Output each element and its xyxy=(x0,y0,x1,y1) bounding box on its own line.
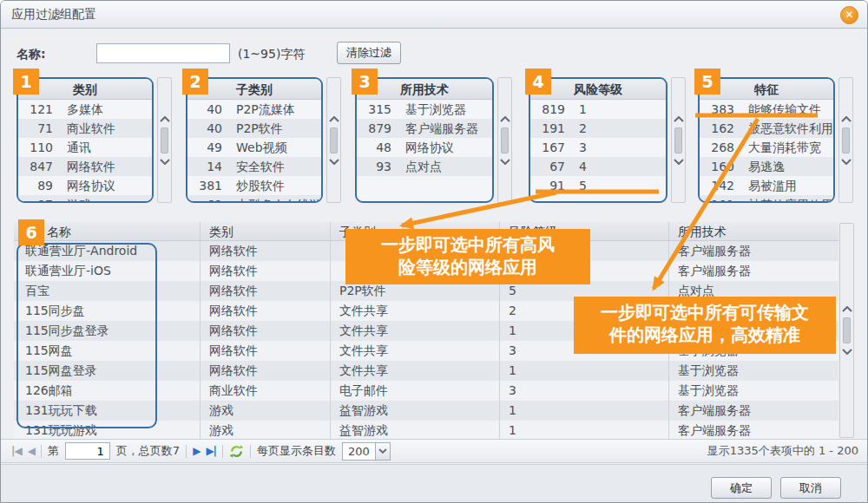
panel-row[interactable]: 40P2P软件 xyxy=(187,119,321,138)
chevron-down-icon[interactable] xyxy=(160,159,170,165)
per-page-label: 每页显示条目数 xyxy=(257,443,336,459)
dialog-title: 应用过滤组配置 xyxy=(11,7,96,23)
page-number-input[interactable] xyxy=(65,442,110,460)
panel-row[interactable]: 383能够传输文件 xyxy=(700,100,833,119)
panel-row[interactable]: 8191 xyxy=(530,100,666,119)
chevron-down-icon[interactable] xyxy=(842,349,852,355)
filter-panel-group-2: 2 子类别 40P2P流媒体40P2P软件49Web视频14安全软件381炒股软… xyxy=(186,77,323,203)
panel-row[interactable]: 48网络协议 xyxy=(357,138,492,157)
panel-row[interactable]: 1912 xyxy=(530,119,666,138)
next-page-icon[interactable]: ▶ xyxy=(193,445,200,457)
panel-scrollbar[interactable] xyxy=(497,77,512,203)
chevron-down-icon xyxy=(375,443,390,460)
step-badge-5: 5 xyxy=(694,69,720,95)
panel-row[interactable]: 97游戏 xyxy=(18,195,152,203)
panel-row[interactable]: 879客户端服务器 xyxy=(357,119,492,138)
scroll-thumb[interactable] xyxy=(501,127,509,154)
name-input[interactable] xyxy=(96,43,230,63)
prev-page-icon[interactable]: ◀ xyxy=(28,445,35,457)
table-row[interactable]: 131玩玩下载游戏益智游戏1客户端服务器 xyxy=(14,401,838,421)
chevron-up-icon[interactable] xyxy=(500,116,510,122)
app-filter-group-dialog: 应用过滤组配置 ✕ 名称: (1~95)字符 清除过滤 1 类别 121多媒体7… xyxy=(0,0,868,503)
callout-high-risk: 一步即可选中所有高风 险等级的网络应用 xyxy=(345,229,590,284)
panel-row[interactable]: 71商业软件 xyxy=(18,119,152,138)
panel-row[interactable]: 162被恶意软件利用 xyxy=(700,119,833,138)
column-header: 所用技术 xyxy=(669,222,838,240)
ok-button[interactable]: 确定 xyxy=(711,477,772,499)
scroll-thumb[interactable] xyxy=(674,127,682,154)
table-row[interactable]: 126邮箱商业软件电子邮件3基于浏览器 xyxy=(14,381,838,401)
page-suffix: 页，总页数7 xyxy=(116,443,180,459)
dialog-titlebar: 应用过滤组配置 ✕ xyxy=(1,1,867,29)
panel-row[interactable]: 89网络协议 xyxy=(18,176,152,195)
column-header: 类别 xyxy=(201,222,331,240)
chevron-up-icon[interactable] xyxy=(842,306,852,312)
chevron-up-icon[interactable] xyxy=(841,116,852,122)
cancel-button[interactable]: 取消 xyxy=(780,477,841,499)
name-length-hint: (1~95)字符 xyxy=(238,47,305,62)
panel-row[interactable]: 915 xyxy=(530,176,666,195)
filter-panel-group-5: 5 特征 383能够传输文件162被恶意软件利用268大量消耗带宽160易逃逸1… xyxy=(698,77,835,203)
scroll-thumb[interactable] xyxy=(161,127,168,154)
chevron-down-icon[interactable] xyxy=(500,159,510,165)
panel-scrollbar[interactable] xyxy=(157,77,172,203)
panel-scrollbar[interactable] xyxy=(671,77,686,203)
table-row[interactable]: 131玩玩游戏游戏益智游戏1客户端服务器 xyxy=(14,421,838,439)
page-prefix: 第 xyxy=(48,443,59,459)
name-label: 名称: xyxy=(16,47,46,62)
table-row[interactable]: 115网盘登录网络软件文件共享1基于浏览器 xyxy=(14,361,838,381)
table-scrollbar[interactable] xyxy=(839,223,854,438)
step-badge-2: 2 xyxy=(182,69,208,95)
panel-scrollbar[interactable] xyxy=(838,77,853,203)
panel-4: 风险等级 819119121673674915 xyxy=(529,77,667,203)
step-badge-3: 3 xyxy=(352,69,378,95)
panel-row[interactable]: 40P2P流媒体 xyxy=(187,100,321,119)
filter-panel-group-4: 4 风险等级 819119121673674915 xyxy=(529,77,667,203)
panel-row[interactable]: 160易逃逸 xyxy=(700,157,833,176)
chevron-down-icon[interactable] xyxy=(329,159,339,165)
scroll-thumb[interactable] xyxy=(330,127,338,154)
scroll-thumb[interactable] xyxy=(843,317,851,343)
chevron-up-icon[interactable] xyxy=(674,116,684,122)
panel-row[interactable]: 101被其他应用使用 xyxy=(700,195,833,203)
panel-1: 类别 121多媒体71商业软件110通讯847网络软件89网络协议97游戏 xyxy=(16,77,154,203)
clear-filter-button[interactable]: 清除过滤 xyxy=(337,42,401,64)
panel-5: 特征 383能够传输文件162被恶意软件利用268大量消耗带宽160易逃逸142… xyxy=(698,77,835,203)
panel-row[interactable]: 315基于浏览器 xyxy=(357,100,492,119)
panel-row[interactable]: 93点对点 xyxy=(357,157,492,176)
pagination-bar: |◀ ◀ 第 页，总页数7 ▶ ▶| 每页显示条目数 200 显示1335个表项… xyxy=(1,439,868,463)
step-badge-4: 4 xyxy=(525,69,551,95)
panel-row[interactable]: 674 xyxy=(530,157,666,176)
last-page-icon[interactable]: ▶| xyxy=(206,445,216,457)
first-page-icon[interactable]: |◀ xyxy=(11,445,22,457)
filter-panel-group-3: 3 所用技术 315基于浏览器879客户端服务器48网络协议93点对点 xyxy=(355,77,494,203)
panel-row[interactable]: 142易被滥用 xyxy=(700,176,833,195)
chevron-up-icon[interactable] xyxy=(329,116,339,122)
panel-row[interactable]: 1673 xyxy=(530,138,666,157)
results-summary: 显示1335个表项中的 1 - 200 xyxy=(707,443,858,459)
callout-file-transfer: 一步即可选中所有可传输文 件的网络应用，高效精准 xyxy=(574,297,836,354)
step-badge-1: 1 xyxy=(13,69,39,95)
chevron-up-icon[interactable] xyxy=(160,116,170,122)
scroll-thumb[interactable] xyxy=(842,127,850,154)
panel-row[interactable]: 121多媒体 xyxy=(18,100,152,119)
filter-panel-group-1: 1 类别 121多媒体71商业软件110通讯847网络软件89网络协议97游戏 xyxy=(16,77,154,203)
panel-row[interactable]: 381炒股软件 xyxy=(187,176,321,195)
chevron-down-icon[interactable] xyxy=(674,159,684,165)
panel-row[interactable]: 268大量消耗带宽 xyxy=(700,138,833,157)
panel-row[interactable]: 14安全软件 xyxy=(187,157,321,176)
panel-2: 子类别 40P2P流媒体40P2P软件49Web视频14安全软件381炒股软件6… xyxy=(186,77,323,203)
panel-3: 所用技术 315基于浏览器879客户端服务器48网络协议93点对点 xyxy=(355,77,494,203)
panel-row[interactable]: 49Web视频 xyxy=(187,138,321,157)
dialog-footer: 确定 取消 xyxy=(1,464,868,503)
close-icon[interactable]: ✕ xyxy=(840,6,858,24)
panel-row[interactable]: 69大型多人在线游戏 xyxy=(187,195,321,203)
refresh-icon[interactable] xyxy=(229,444,244,459)
panel-row[interactable]: 110通讯 xyxy=(18,138,152,157)
step-badge-6: 6 xyxy=(18,219,44,245)
panel-row[interactable]: 847网络软件 xyxy=(18,157,152,176)
per-page-select[interactable]: 200 xyxy=(342,442,391,461)
panel-scrollbar[interactable] xyxy=(326,77,341,203)
chevron-down-icon[interactable] xyxy=(841,159,852,165)
